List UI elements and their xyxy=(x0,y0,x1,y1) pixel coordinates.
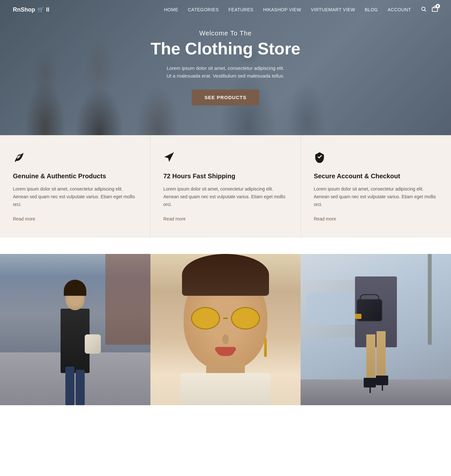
nav-item-features[interactable]: FEATURES xyxy=(228,7,254,12)
brand-logo[interactable]: RnShop 🛒 II xyxy=(13,6,49,13)
navbar-actions: 0 xyxy=(421,6,438,14)
feature-card-2: 72 Hours Fast Shipping Lorem ipsum dolor… xyxy=(150,135,301,238)
brand-cart-icon: 🛒 xyxy=(37,6,44,13)
feature-card-1: Genuine & Authentic Products Lorem ipsum… xyxy=(0,135,150,238)
nav-item-categories[interactable]: CATEGORIES xyxy=(188,7,219,12)
hero-subtitle: Welcome To The xyxy=(145,30,306,37)
main-nav: HOME CATEGORIES FEATURES HIKASHOP VIEW V… xyxy=(164,7,411,13)
cart-button[interactable]: 0 xyxy=(432,6,438,14)
nav-item-account[interactable]: ACCOUNT xyxy=(388,7,411,12)
hero-title: The Clothing Store xyxy=(145,40,306,58)
brand-name: RnShop xyxy=(13,6,35,13)
feature-desc-1: Lorem ipsum dolor sit amet, consectetur … xyxy=(13,185,137,208)
section-spacer xyxy=(0,238,451,254)
hero-description: Lorem ipsum dolor sit amet, consectetur … xyxy=(145,65,306,80)
see-products-button[interactable]: See products xyxy=(192,90,259,106)
feature-title-3: Secure Account & Checkout xyxy=(314,172,438,180)
navbar: RnShop 🛒 II HOME CATEGORIES FEATURES HIK… xyxy=(0,0,451,19)
nav-item-virtuemart[interactable]: VIRTUEMART VIEW xyxy=(311,7,355,12)
feature-link-1[interactable]: Read more xyxy=(13,216,35,221)
nav-item-blog[interactable]: BLOG xyxy=(365,7,378,12)
hero-content: Welcome To The The Clothing Store Lorem … xyxy=(145,30,306,105)
svg-line-1 xyxy=(425,10,426,11)
gallery-section xyxy=(0,254,451,405)
shield-icon xyxy=(314,151,438,165)
brand-suffix: II xyxy=(46,6,49,13)
gallery-image-1 xyxy=(0,254,150,405)
search-button[interactable] xyxy=(421,6,427,14)
feature-title-2: 72 Hours Fast Shipping xyxy=(163,172,288,180)
leaf-icon xyxy=(13,151,137,165)
feature-desc-3: Lorem ipsum dolor sit amet, consectetur … xyxy=(314,185,438,208)
feature-card-3: Secure Account & Checkout Lorem ipsum do… xyxy=(301,135,451,238)
gallery-image-3 xyxy=(301,254,451,405)
feature-title-1: Genuine & Authentic Products xyxy=(13,172,137,180)
svg-point-0 xyxy=(422,7,425,11)
feature-link-3[interactable]: Read more xyxy=(314,216,336,221)
nav-item-hikashop[interactable]: HIKASHOP VIEW xyxy=(263,7,301,12)
cart-badge: 0 xyxy=(436,4,440,8)
nav-item-home[interactable]: HOME xyxy=(164,7,178,12)
hero-section: RnShop 🛒 II HOME CATEGORIES FEATURES HIK… xyxy=(0,0,451,135)
gallery-image-2 xyxy=(150,254,301,405)
feature-link-2[interactable]: Read more xyxy=(163,216,186,221)
send-icon xyxy=(163,151,288,165)
features-section: Genuine & Authentic Products Lorem ipsum… xyxy=(0,135,451,238)
feature-desc-2: Lorem ipsum dolor sit amet, consectetur … xyxy=(163,185,288,208)
